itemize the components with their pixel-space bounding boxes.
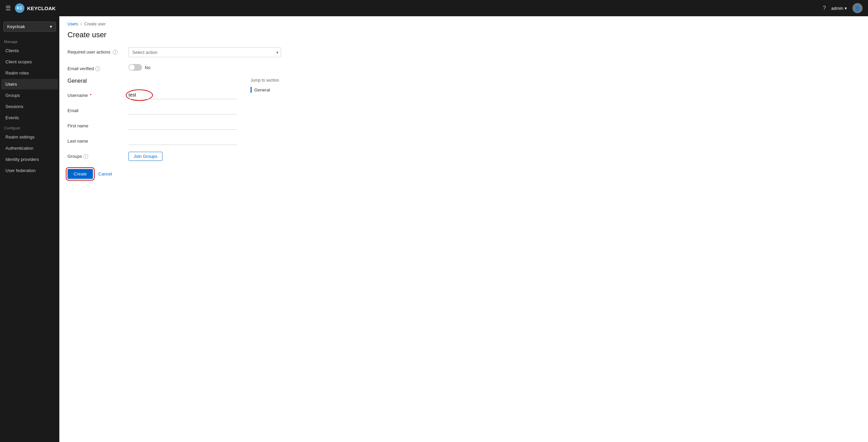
first-name-input[interactable] — [129, 121, 237, 130]
cancel-button[interactable]: Cancel — [98, 171, 112, 176]
general-form: General Username * Email — [67, 78, 237, 179]
groups-row: Groups i Join Groups — [67, 152, 237, 161]
email-input[interactable] — [129, 106, 237, 114]
create-button[interactable]: Create — [67, 169, 93, 179]
jump-general-item[interactable]: General — [251, 85, 305, 94]
username-row: Username * — [67, 91, 237, 99]
admin-dropdown-arrow: ▾ — [845, 6, 847, 11]
sidebar-item-user-federation[interactable]: User federation — [1, 165, 58, 176]
first-name-row: First name — [67, 121, 237, 130]
main-content: Users > Create user Create user Required… — [59, 16, 868, 442]
sidebar: Keycloak ▾ Manage Clients Client scopes … — [0, 16, 59, 442]
groups-input-wrap: Join Groups — [129, 152, 237, 161]
email-verified-toggle-wrap: No — [129, 64, 151, 71]
sidebar-item-identity-providers[interactable]: Identity providers — [1, 154, 58, 165]
last-name-row: Last name — [67, 136, 237, 145]
sidebar-item-clients[interactable]: Clients — [1, 45, 58, 56]
hamburger-icon[interactable]: ☰ — [5, 4, 11, 12]
required-user-actions-label: Required user actions i — [67, 47, 129, 55]
last-name-label: Last name — [67, 136, 129, 144]
form-actions: Create Cancel — [67, 169, 237, 179]
realm-label: Keycloak — [7, 24, 25, 29]
topnav-left: ☰ KC KEYCLOAK — [5, 3, 56, 13]
last-name-input-wrap — [129, 136, 237, 145]
sidebar-item-realm-roles[interactable]: Realm roles — [1, 68, 58, 78]
jump-to-section: Jump to section General — [251, 78, 305, 179]
username-input-wrap — [129, 91, 237, 99]
username-required-indicator: * — [90, 93, 92, 98]
email-verified-info-icon[interactable]: i — [95, 66, 100, 71]
email-verified-row: Email verified i No — [67, 64, 860, 71]
app-body: Keycloak ▾ Manage Clients Client scopes … — [0, 16, 868, 442]
sidebar-item-users[interactable]: Users — [1, 79, 58, 89]
general-section: General Username * Email — [67, 78, 860, 179]
sidebar-item-events[interactable]: Events — [1, 112, 58, 123]
jump-general-label: General — [254, 87, 270, 92]
realm-arrow: ▾ — [50, 24, 52, 29]
required-user-actions-row: Required user actions i Select action Ve… — [67, 47, 860, 57]
realm-selector[interactable]: Keycloak ▾ — [3, 22, 56, 31]
page-title: Create user — [67, 30, 860, 39]
configure-section-label: Configure — [0, 123, 59, 131]
sidebar-item-groups[interactable]: Groups — [1, 90, 58, 101]
logo: KC KEYCLOAK — [15, 3, 56, 13]
first-name-input-wrap — [129, 121, 237, 130]
last-name-input[interactable] — [129, 136, 237, 145]
admin-label: admin — [831, 6, 843, 11]
breadcrumb-users-link[interactable]: Users — [67, 22, 78, 26]
email-label: Email — [67, 106, 129, 113]
required-actions-info-icon[interactable]: i — [113, 50, 118, 55]
sidebar-item-client-scopes[interactable]: Client scopes — [1, 57, 58, 67]
sidebar-item-authentication[interactable]: Authentication — [1, 143, 58, 153]
select-action-dropdown[interactable]: Select action Verify Email Update Profil… — [129, 47, 281, 57]
manage-section-label: Manage — [0, 37, 59, 45]
logo-icon: KC — [15, 3, 24, 13]
general-section-title: General — [67, 78, 237, 84]
jump-indicator — [251, 87, 252, 93]
groups-label: Groups i — [67, 152, 129, 159]
jump-to-section-title: Jump to section — [251, 78, 305, 83]
email-verified-toggle[interactable] — [129, 64, 142, 71]
admin-dropdown[interactable]: admin ▾ — [831, 6, 847, 11]
breadcrumb: Users > Create user — [67, 22, 860, 26]
email-input-wrap — [129, 106, 237, 114]
join-groups-button[interactable]: Join Groups — [129, 152, 162, 161]
topnav-right: ? admin ▾ 👤 — [823, 3, 863, 13]
toggle-knob — [129, 65, 135, 70]
topnav: ☰ KC KEYCLOAK ? admin ▾ 👤 — [0, 0, 868, 16]
email-verified-label: Email verified i — [67, 64, 129, 71]
groups-info-icon[interactable]: i — [83, 154, 88, 159]
email-verified-value: No — [145, 65, 151, 70]
breadcrumb-separator: > — [80, 22, 82, 26]
logo-text: KEYCLOAK — [27, 5, 56, 11]
sidebar-item-sessions[interactable]: Sessions — [1, 101, 58, 112]
select-action-wrap: Select action Verify Email Update Profil… — [129, 47, 281, 57]
username-input[interactable] — [129, 91, 237, 99]
avatar[interactable]: 👤 — [852, 3, 863, 13]
sidebar-item-realm-settings[interactable]: Realm settings — [1, 132, 58, 142]
help-icon[interactable]: ? — [823, 5, 826, 11]
first-name-label: First name — [67, 121, 129, 128]
email-row: Email — [67, 106, 237, 114]
username-label: Username * — [67, 91, 129, 98]
breadcrumb-current: Create user — [84, 22, 106, 26]
